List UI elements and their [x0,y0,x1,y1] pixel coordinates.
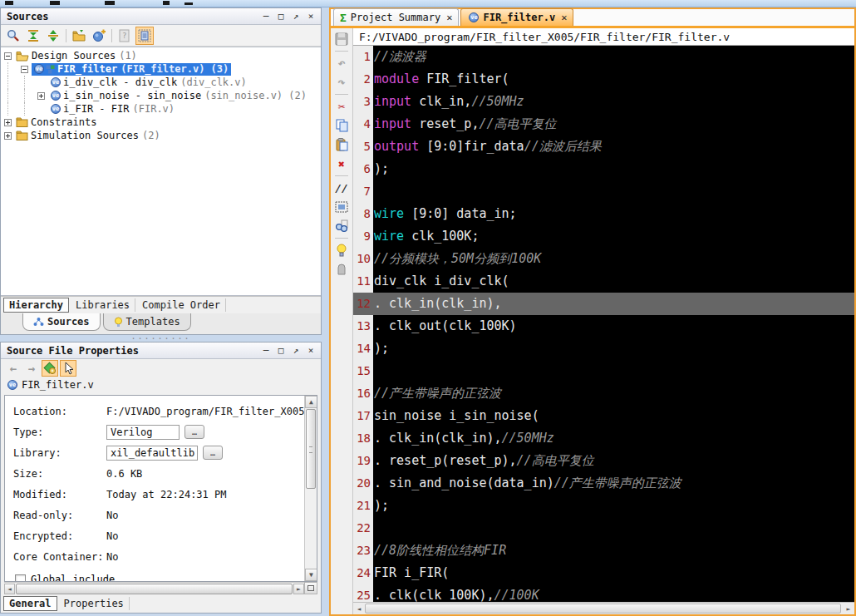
scroll-right-icon[interactable]: ► [843,605,854,613]
expand-icon[interactable] [4,119,12,126]
forward-arrow-button[interactable]: → [23,360,40,377]
search-button[interactable] [4,27,22,45]
back-arrow-button[interactable]: ← [5,360,22,377]
code-area[interactable]: 1//滤波器2module FIR_filter(3input clk_in,/… [353,46,854,602]
code-line[interactable]: 14); [353,338,854,360]
block-select-button[interactable] [333,199,350,215]
code-line[interactable]: 8wire [9:0] data_in; [353,203,854,225]
tree-item[interactable]: vei_div_clk - div_clk(div_clk.v) [1,76,321,89]
collapse-icon[interactable] [21,66,28,73]
redo-button[interactable]: ↷ [333,74,350,91]
code-line[interactable]: 18. clk_in(clk_in),//50MHz [353,427,854,450]
tab-compile-order[interactable]: Compile Order [137,298,226,312]
code-line[interactable]: 12. clk_in(clk_in), [353,293,854,315]
code-line[interactable]: 13. clk_out(clk_100K) [353,315,854,338]
tab-hierarchy[interactable]: Hierarchy [3,298,69,313]
tab-templates[interactable]: Templates [103,313,191,331]
maximize-icon[interactable]: □ [274,11,288,22]
find-in-file-button[interactable] [333,218,350,234]
minimize-icon[interactable]: ─ [259,11,273,22]
code-line[interactable]: 4input reset_p,//高电平复位 [353,113,854,136]
scroll-to-source-button[interactable] [135,27,154,45]
scroll-left-icon[interactable]: ◄ [353,605,365,613]
expand-icon[interactable] [37,92,45,100]
float-icon[interactable]: ↗ [289,11,303,22]
open-folder-button[interactable] [70,27,88,45]
tree-item[interactable]: Constraints [1,116,321,129]
code-line[interactable]: 20. sin_and_noise(data_in)//产生带噪声的正弦波 [353,472,854,495]
code-line[interactable]: 7 [353,180,854,203]
tree-item-body[interactable]: Design Sources(1) [15,50,140,62]
tree-item[interactable]: vei_sin_noise - sin_noise(sin_noise.v) (… [1,89,321,102]
close-icon[interactable]: ✕ [446,12,452,23]
close-icon[interactable]: × [304,345,317,357]
tree-item-body[interactable]: vei_div_clk - div_clk(div_clk.v) [48,76,249,89]
tab-general[interactable]: General [3,596,57,611]
help-file-button[interactable]: ? [116,27,134,45]
tree-item[interactable]: veFIR_filter(FIR_filter.v) (3) [1,62,321,76]
scroll-up-icon[interactable]: ▲ [305,396,317,408]
scrollbar-thumb[interactable] [306,409,316,489]
code-line[interactable]: 11div_clk i_div_clk( [353,270,854,293]
tree-item-body[interactable]: Constraints [15,116,99,129]
select-cursor-button[interactable] [60,360,76,377]
delete-button[interactable]: ✖ [333,155,350,172]
tree-item[interactable]: Simulation Sources(2) [1,129,321,142]
float-icon[interactable]: ↗ [289,345,303,357]
browse-button[interactable]: … [203,446,223,460]
toggle-comment-button[interactable]: // [333,180,350,196]
code-line[interactable]: 24FIR i_FIR( [353,562,854,584]
code-line[interactable]: 15 [353,360,854,382]
properties-vertical-scrollbar[interactable]: ▲ ▼ [304,396,317,581]
tree-item-body[interactable]: Simulation Sources(2) [15,130,163,142]
tab-sources[interactable]: Sources [22,313,101,331]
tree-item-body[interactable]: veFIR_filter(FIR_filter.v) (3) [32,63,231,76]
close-icon[interactable]: ✕ [561,12,567,23]
tree-item[interactable]: Design Sources(1) [1,49,321,62]
expand-all-button[interactable] [44,27,62,45]
code-line[interactable]: 1//滤波器 [353,46,854,68]
undo-button[interactable]: ↶ [333,55,350,71]
code-line[interactable]: 10//分频模块，50M分频到100K [353,248,854,270]
code-line[interactable]: 6); [353,158,854,180]
code-line[interactable]: 9wire clk_100K; [353,225,854,248]
tree-item[interactable]: vei_FIR - FIR(FIR.v) [1,102,321,116]
code-line[interactable]: 17sin_noise i_sin_noise( [353,405,854,427]
expand-corner-button[interactable] [304,582,317,594]
copy-button[interactable] [333,117,350,134]
code-line[interactable]: 19. reset_p(reset_p),//高电平复位 [353,450,854,472]
tree-item-body[interactable]: vei_sin_noise - sin_noise(sin_noise.v) (… [48,90,309,102]
maximize-icon[interactable]: □ [274,345,288,357]
tree-item-body[interactable]: vei_FIR - FIR(FIR.v) [48,103,177,116]
minimize-icon[interactable]: ─ [259,345,273,357]
scrollbar-thumb[interactable] [365,604,841,614]
scroll-down-icon[interactable]: ▼ [305,569,317,581]
code-line[interactable]: 16//产生带噪声的正弦波 [353,382,854,405]
lightbulb-button[interactable] [333,242,350,259]
collapse-all-button[interactable] [24,27,42,45]
editor-horizontal-scrollbar[interactable]: ◄ ► [353,602,854,614]
editor-tab-fir-filter-v[interactable]: veFIR_filter.v✕ [460,8,573,26]
browse-button[interactable]: … [184,425,204,439]
code-line[interactable]: 5output [9:0]fir_data//滤波后结果 [353,136,854,158]
property-field[interactable]: xil_defaultlib [106,446,198,461]
add-sources-button[interactable] [90,27,108,45]
paste-button[interactable] [333,136,350,153]
properties-horizontal-scrollbar[interactable]: ◄ ► [4,582,304,594]
close-icon[interactable]: × [304,11,317,22]
scrollbar-thumb[interactable] [16,584,293,594]
tab-properties[interactable]: Properties [59,597,130,610]
collapse-icon[interactable] [4,52,12,60]
code-line[interactable]: 22 [353,517,854,540]
freeze-button[interactable] [333,261,350,278]
code-line[interactable]: 3input clk_in,//50MHz [353,91,854,113]
property-field[interactable]: Verilog [106,425,180,440]
code-line[interactable]: 23//8阶线性相位结构FIR [353,540,854,562]
scroll-left-icon[interactable]: ◄ [4,584,15,594]
tab-libraries[interactable]: Libraries [71,298,135,312]
global-include-checkbox[interactable] [15,574,26,583]
save-button[interactable] [333,31,350,47]
code-line[interactable]: 21); [353,495,854,517]
expand-icon[interactable] [4,132,12,140]
scroll-right-icon[interactable]: ► [293,584,304,594]
